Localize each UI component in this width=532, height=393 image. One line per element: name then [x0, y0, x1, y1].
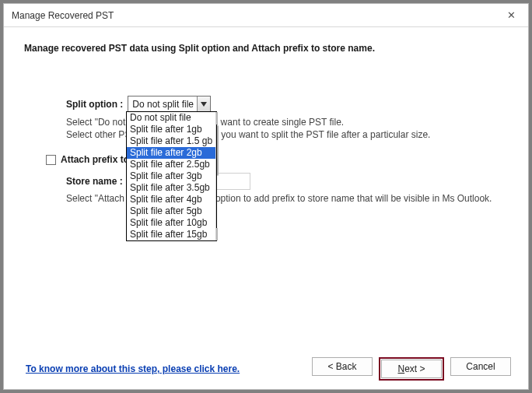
- footer: To know more about this step, please cli…: [4, 352, 528, 389]
- dropdown-option[interactable]: Split file after 10gb: [127, 217, 215, 229]
- dropdown-option[interactable]: Do not split file: [127, 112, 215, 124]
- dropdown-option[interactable]: Split file after 4gb: [127, 194, 215, 205]
- scroll-up-button[interactable]: [216, 112, 218, 125]
- scroll-down-button[interactable]: [216, 228, 218, 240]
- prefix-checkbox[interactable]: [46, 155, 56, 165]
- dialog-title: Manage Recovered PST: [12, 10, 494, 21]
- dropdown-option[interactable]: Split file after 2gb: [127, 147, 215, 159]
- split-option-value: Do not split file: [132, 99, 194, 110]
- scroll-thumb[interactable]: [217, 125, 219, 176]
- next-button-label-rest: ext >: [404, 363, 425, 374]
- cancel-button-label: Cancel: [466, 361, 495, 372]
- button-bar: < Back Next > Cancel: [312, 357, 511, 381]
- dropdown-option[interactable]: Split file after 5gb: [127, 205, 215, 217]
- dropdown-option[interactable]: Split file after 3.5gb: [127, 182, 215, 194]
- dropdown-option[interactable]: Split file after 1.5 gb: [127, 135, 215, 147]
- back-button[interactable]: < Back: [312, 357, 373, 376]
- store-name-label: Store name :: [66, 176, 123, 187]
- dropdown-option[interactable]: Split file after 3gb: [127, 170, 215, 182]
- content-area: Manage recovered PST data using Split op…: [4, 27, 528, 352]
- chevron-down-icon: [197, 96, 210, 111]
- dropdown-option[interactable]: Split file after 1gb: [127, 124, 215, 135]
- instructions-text: Manage recovered PST data using Split op…: [24, 43, 508, 54]
- back-button-label: < Back: [327, 361, 356, 372]
- dialog-window: Manage Recovered PST ✕ Manage recovered …: [3, 3, 529, 390]
- close-icon: ✕: [507, 9, 516, 21]
- next-button-label-u: N: [397, 363, 404, 374]
- dropdown-items: Do not split fileSplit file after 1gbSpl…: [127, 112, 215, 240]
- next-button-highlight: Next >: [379, 357, 444, 381]
- help-link[interactable]: To know more about this step, please cli…: [26, 363, 240, 374]
- next-button[interactable]: Next >: [381, 360, 442, 378]
- close-button[interactable]: ✕: [494, 4, 528, 26]
- split-option-row: Split option : Do not split file: [66, 96, 211, 112]
- dropdown-option[interactable]: Split file after 2.5gb: [127, 159, 215, 170]
- dropdown-scrollbar[interactable]: [215, 112, 216, 240]
- titlebar: Manage Recovered PST ✕: [4, 4, 528, 27]
- split-option-dropdown: Do not split fileSplit file after 1gbSpl…: [126, 111, 217, 241]
- split-option-combo[interactable]: Do not split file: [128, 96, 211, 112]
- split-option-label: Split option :: [66, 99, 123, 110]
- split-help-text-2: Select other PST size option, in case yo…: [66, 128, 430, 141]
- cancel-button[interactable]: Cancel: [450, 357, 511, 376]
- dropdown-option[interactable]: Split file after 15gb: [127, 229, 215, 240]
